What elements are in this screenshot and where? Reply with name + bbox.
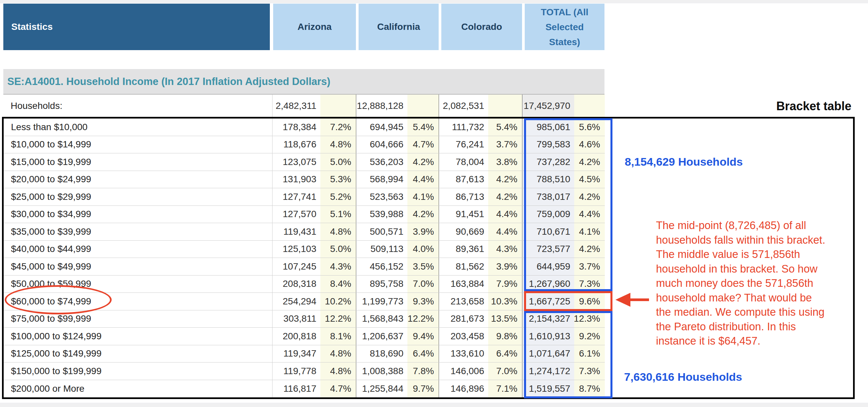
- blue-group-box-upper: [524, 118, 613, 291]
- bracket-row: $35,000 to $39,999119,4314.8%500,5713.9%…: [4, 223, 605, 241]
- cell-co: 146,006: [439, 363, 488, 380]
- cell-co_pct: 5.4%: [488, 118, 522, 136]
- cell-az: 125,103: [273, 241, 320, 258]
- cell-ca_pct: 3.9%: [407, 223, 439, 240]
- cell-label: $35,000 to $39,999: [4, 223, 273, 240]
- cell-co: 281,673: [439, 310, 488, 328]
- cell-co_pct: 9.8%: [488, 328, 522, 345]
- cell-ca_pct: 4.7%: [407, 136, 439, 154]
- cell-ca: 509,113: [356, 241, 407, 258]
- cell-label: $150,000 to $199,999: [4, 363, 273, 380]
- cell-co: 81,562: [439, 258, 488, 275]
- bracket-row: Less than $10,000178,3847.2%694,9455.4%1…: [4, 118, 605, 136]
- cell-az_pct: 5.3%: [320, 171, 356, 188]
- cell-az: 119,431: [273, 223, 320, 240]
- cell-label: $40,000 to $44,999: [4, 241, 273, 258]
- cell-co: 87,613: [439, 171, 488, 188]
- cell-ca_pct: 5.4%: [407, 118, 439, 136]
- cell-co_pct: 7.1%: [488, 380, 522, 398]
- cell-ca: 895,758: [356, 275, 407, 293]
- cell-co: 89,361: [439, 241, 488, 258]
- cell-co_pct: 7.9%: [488, 275, 522, 293]
- bracket-row: $40,000 to $44,999125,1035.0%509,1134.0%…: [4, 241, 605, 258]
- note-line: the median. We compute this using: [656, 305, 856, 320]
- households-total-pct: [574, 95, 605, 117]
- cell-az_pct: 4.7%: [320, 380, 356, 398]
- bracket-table-caption: Bracket table: [701, 99, 851, 113]
- cell-co: 213,658: [439, 293, 488, 310]
- header-cell-colorado[interactable]: Colorado: [441, 4, 522, 50]
- note-line: much money does the 571,856th: [656, 276, 856, 291]
- cell-az: 123,075: [273, 154, 320, 171]
- header-cell-total[interactable]: TOTAL (All Selected States): [525, 4, 604, 50]
- cell-co: 111,732: [439, 118, 488, 136]
- cell-az_pct: 5.0%: [320, 241, 356, 258]
- red-row-ellipse: [5, 285, 112, 314]
- cell-az: 107,245: [273, 258, 320, 275]
- cell-co_pct: 3.8%: [488, 154, 522, 171]
- bracket-row: $10,000 to $14,999118,6764.8%604,6664.7%…: [4, 136, 605, 154]
- households-ca-pct: [407, 95, 439, 117]
- cell-co: 91,451: [439, 206, 488, 223]
- cell-label: $30,000 to $34,999: [4, 206, 273, 223]
- upper-households-annotation: 8,154,629 Households: [625, 156, 743, 168]
- cell-co: 76,241: [439, 136, 488, 154]
- cell-ca_pct: 4.1%: [407, 188, 439, 205]
- header-cell-arizona[interactable]: Arizona: [273, 4, 356, 50]
- cell-co_pct: 4.2%: [488, 188, 522, 205]
- header-cell-statistics[interactable]: Statistics: [3, 4, 270, 50]
- note-line: The mid-point (8,726,485) of all: [656, 218, 856, 233]
- cell-ca: 818,690: [356, 345, 407, 363]
- cell-label: $20,000 to $24,999: [4, 171, 273, 188]
- cell-co: 86,713: [439, 188, 488, 205]
- households-row: Households: 2,482,311 12,888,128 2,082,5…: [3, 95, 605, 117]
- cell-label: $15,000 to $19,999: [4, 154, 273, 171]
- page: Statistics Arizona California Colorado T…: [0, 0, 868, 407]
- bracket-row: $150,000 to $199,999119,7784.8%1,008,388…: [4, 363, 605, 380]
- lower-households-annotation: 7,630,616 Households: [624, 371, 742, 383]
- cell-ca: 1,206,637: [356, 328, 407, 345]
- red-median-cell-box: [524, 291, 613, 311]
- cell-az_pct: 8.4%: [320, 275, 356, 293]
- note-line: the Pareto distribution. In this: [656, 320, 856, 334]
- cell-ca: 1,255,844: [356, 380, 407, 398]
- header-colorado-label: Colorado: [461, 22, 502, 32]
- bracket-row: $25,000 to $29,999127,7415.2%523,5634.1%…: [4, 188, 605, 206]
- blue-group-box-lower: [524, 311, 613, 398]
- cell-az: 254,294: [273, 293, 320, 310]
- header-total-label: TOTAL (All Selected States): [529, 5, 600, 49]
- households-az: 2,482,311: [273, 95, 320, 117]
- cell-az: 119,347: [273, 345, 320, 363]
- red-arrow-shaft: [630, 299, 649, 301]
- header-arizona-label: Arizona: [298, 22, 332, 32]
- cell-az_pct: 4.8%: [320, 345, 356, 363]
- cell-ca_pct: 3.5%: [407, 258, 439, 275]
- bracket-row: $15,000 to $19,999123,0755.0%536,2034.2%…: [4, 154, 605, 171]
- cell-ca_pct: 4.2%: [407, 154, 439, 171]
- cell-co_pct: 3.7%: [488, 136, 522, 154]
- note-line: households falls within this bracket.: [656, 233, 856, 248]
- cell-ca_pct: 6.4%: [407, 345, 439, 363]
- cell-az_pct: 7.2%: [320, 118, 356, 136]
- households-az-pct: [320, 95, 356, 117]
- cell-co_pct: 13.5%: [488, 310, 522, 328]
- bracket-row: $45,000 to $49,999107,2454.3%456,1523.5%…: [4, 258, 605, 275]
- cell-ca_pct: 4.0%: [407, 241, 439, 258]
- cell-ca: 604,666: [356, 136, 407, 154]
- cell-az: 127,570: [273, 206, 320, 223]
- cell-ca: 500,571: [356, 223, 407, 240]
- header-cell-california[interactable]: California: [359, 4, 439, 50]
- top-margin-strip: [0, 0, 868, 3]
- cell-label: $10,000 to $14,999: [4, 136, 273, 154]
- cell-co: 146,896: [439, 380, 488, 398]
- cell-ca_pct: 9.7%: [407, 380, 439, 398]
- cell-az: 119,778: [273, 363, 320, 380]
- bracket-row: $30,000 to $34,999127,5705.1%539,9884.2%…: [4, 206, 605, 224]
- section-title-band: SE:A14001. Household Income (In 2017 Inf…: [3, 69, 604, 95]
- cell-co_pct: 4.3%: [488, 241, 522, 258]
- cell-label: $200,000 or More: [4, 380, 273, 398]
- cell-az: 116,817: [273, 380, 320, 398]
- bracket-row: $125,000 to $149,999119,3474.8%818,6906.…: [4, 345, 605, 363]
- cell-az_pct: 5.2%: [320, 188, 356, 205]
- households-label: Households:: [3, 95, 273, 117]
